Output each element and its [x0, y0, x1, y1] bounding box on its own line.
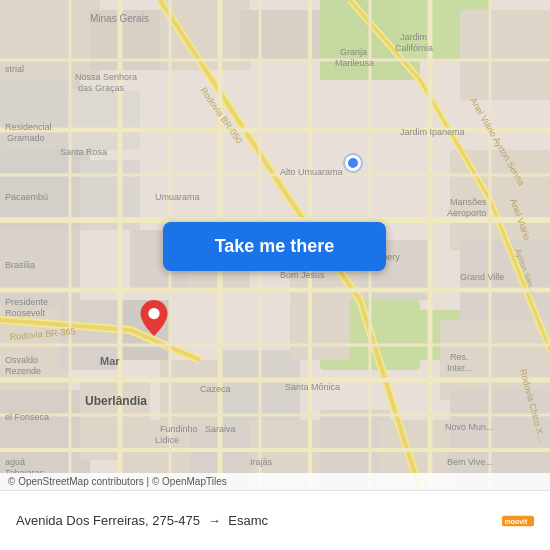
svg-text:Irajás: Irajás	[250, 457, 273, 467]
svg-text:Santa Rosa: Santa Rosa	[60, 147, 107, 157]
svg-text:Grand Ville: Grand Ville	[460, 272, 504, 282]
svg-text:Residencial: Residencial	[5, 122, 52, 132]
svg-text:Res.: Res.	[450, 352, 469, 362]
svg-text:Presidente: Presidente	[5, 297, 48, 307]
arrow-icon: →	[204, 513, 224, 528]
svg-text:Minas Gerais: Minas Gerais	[90, 13, 149, 24]
svg-rect-9	[460, 10, 550, 100]
svg-text:Granja: Granja	[340, 47, 367, 57]
svg-text:Alto Umuarama: Alto Umuarama	[280, 167, 343, 177]
svg-text:Osvaldo: Osvaldo	[5, 355, 38, 365]
svg-text:strial: strial	[5, 64, 24, 74]
current-location-dot	[345, 155, 361, 171]
svg-text:Brasília: Brasília	[5, 260, 35, 270]
svg-text:Santa Mônica: Santa Mônica	[285, 382, 340, 392]
svg-text:Nossa Senhora: Nossa Senhora	[75, 72, 137, 82]
svg-text:Uberlândia: Uberlândia	[85, 394, 147, 408]
destination-pin	[140, 300, 168, 336]
svg-rect-26	[290, 300, 350, 360]
svg-text:Saraiva: Saraiva	[205, 424, 236, 434]
svg-text:moovit: moovit	[505, 517, 528, 524]
route-info: Avenida Dos Ferreiras, 275-475 → Esamc	[16, 513, 268, 528]
svg-text:Marileusa: Marileusa	[335, 58, 374, 68]
svg-text:Aeroporto: Aeroporto	[447, 208, 487, 218]
copyright-bar: © OpenStreetMap contributors | © OpenMap…	[0, 473, 550, 490]
svg-text:Jardim Ipanema: Jardim Ipanema	[400, 127, 465, 137]
svg-text:aguá: aguá	[5, 457, 25, 467]
svg-text:Fundinho: Fundinho	[160, 424, 198, 434]
svg-text:Mar: Mar	[100, 355, 120, 367]
moovit-logo: moovit	[502, 505, 534, 537]
svg-text:Jardim: Jardim	[400, 32, 427, 42]
map-container: Minas Gerais Nossa Senhora das Graças st…	[0, 0, 550, 490]
svg-text:Bem Vive...: Bem Vive...	[447, 457, 493, 467]
svg-rect-11	[70, 90, 140, 150]
svg-text:Umuarama: Umuarama	[155, 192, 200, 202]
svg-text:Rezende: Rezende	[5, 366, 41, 376]
address-line: Avenida Dos Ferreiras, 275-475 → Esamc	[16, 513, 268, 528]
moovit-logo-svg: moovit	[502, 505, 534, 537]
svg-text:Inter...: Inter...	[447, 363, 472, 373]
svg-text:Novo Mun...: Novo Mun...	[445, 422, 494, 432]
bottom-bar: Avenida Dos Ferreiras, 275-475 → Esamc m…	[0, 490, 550, 550]
svg-text:Roosevelt: Roosevelt	[5, 308, 46, 318]
svg-text:Bom Jesus: Bom Jesus	[280, 270, 325, 280]
svg-text:Gramado: Gramado	[7, 133, 45, 143]
svg-text:das Graças: das Graças	[78, 83, 125, 93]
destination-text: Esamc	[228, 513, 268, 528]
svg-text:Cazeca: Cazeca	[200, 384, 231, 394]
svg-text:Pacaembú: Pacaembú	[5, 192, 48, 202]
svg-text:Califórnia: Califórnia	[395, 43, 433, 53]
take-me-there-button[interactable]: Take me there	[163, 222, 386, 271]
copyright-text: © OpenStreetMap contributors | © OpenMap…	[8, 476, 227, 487]
address-text: Avenida Dos Ferreiras, 275-475	[16, 513, 200, 528]
svg-point-100	[148, 308, 159, 319]
svg-text:Lídice: Lídice	[155, 435, 179, 445]
svg-text:el Fonseca: el Fonseca	[5, 412, 49, 422]
svg-text:Mansões: Mansões	[450, 197, 487, 207]
